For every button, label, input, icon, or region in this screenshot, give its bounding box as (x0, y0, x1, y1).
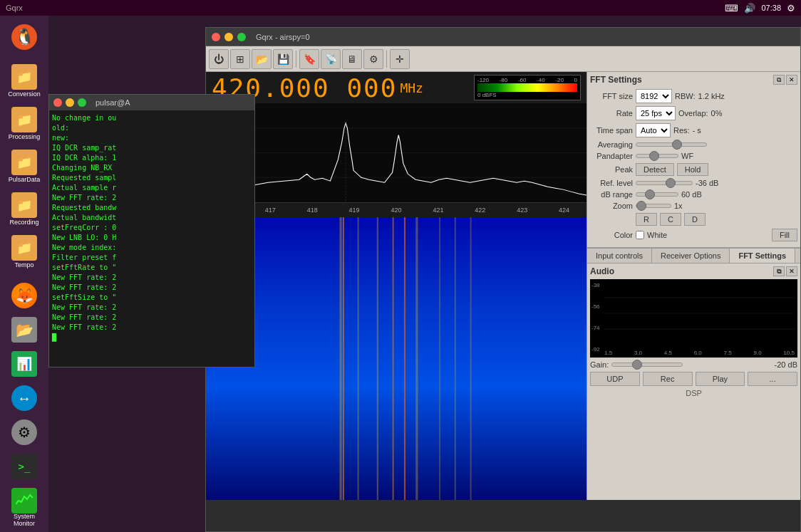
taskbar-top-right: ⌨ 🔊 07:38 ⚙ (725, 3, 795, 14)
folder-recording-icon: 📁 (11, 192, 37, 218)
toolbar-sep1 (296, 51, 296, 68)
toolbar-sep2 (386, 51, 387, 68)
rate-label: Rate (590, 109, 633, 118)
fft-panel-close-btn[interactable]: ✕ (786, 75, 797, 85)
gain-row: Gain: -20 dB (590, 360, 797, 369)
fft-zoom-row: Zoom 1x (590, 202, 797, 210)
sidebar-item-files[interactable]: 📂 (3, 314, 46, 345)
gqrx-window: Gqrx - airspy=0 ⏻ ⊞ 📂 💾 🔖 📡 🖥 ⚙ ✛ 420.00… (205, 27, 801, 532)
sidebar-item-tempo[interactable]: 📁 Tempo (3, 232, 46, 272)
sidebar-item-settings[interactable]: ⚙ (3, 417, 46, 448)
gain-slider[interactable] (611, 363, 683, 367)
sidebar-label-conversion: Conversion (8, 91, 41, 98)
keyboard-icon[interactable]: ⌨ (725, 3, 738, 14)
averaging-slider-container (636, 142, 797, 147)
fill-button[interactable]: Fill (772, 229, 797, 241)
d-button[interactable]: D (684, 213, 706, 226)
udp-button[interactable]: UDP (590, 372, 640, 386)
gqrx-min-btn[interactable] (224, 33, 233, 41)
toolbar-open-btn[interactable]: 📂 (252, 49, 272, 69)
gqrx-max-btn[interactable] (237, 33, 246, 41)
freq-axis: 416 417 418 419 420 421 422 423 424 (206, 203, 586, 217)
audio-close-btn[interactable]: ✕ (786, 266, 797, 276)
sidebar-item-sysmonitor[interactable]: System Monitor (3, 485, 46, 531)
sidebar-item-ubuntu[interactable]: 🐧 (3, 21, 46, 53)
sidebar-label-recording: Recording (9, 219, 38, 226)
sidebar-item-pulsardata[interactable]: 📁 PulsarData (3, 147, 46, 187)
terminal-max-btn[interactable] (78, 98, 86, 107)
spectrum-area: 420.000 000 MHz -120-80-60-40-200 0 dBFS… (206, 72, 586, 500)
rbw-label: RBW: (675, 92, 696, 100)
toolbar-save-btn[interactable]: 💾 (273, 49, 293, 69)
folder-processing-icon: 📁 (11, 107, 37, 132)
sidebar-item-recording[interactable]: 📁 Recording (3, 189, 46, 229)
signal-meter: -120-80-60-40-200 0 dBFS (474, 75, 581, 100)
reflevel-label: Ref. level (590, 179, 633, 187)
wf-label: WF (681, 152, 693, 160)
white-checkbox[interactable] (636, 231, 644, 239)
gqrx-close-btn[interactable] (212, 33, 220, 41)
audio-btn-row: UDP Rec Play ... (590, 372, 797, 386)
sidebar-item-network[interactable]: ↔ (3, 382, 46, 414)
app-name-label: Gqrx (6, 4, 23, 12)
audio-float-btn[interactable]: ⧉ (773, 266, 785, 276)
fft-settings-panel: FFT Settings ⧉ ✕ FFT size 8192 4096 2048 (587, 72, 800, 248)
toolbar-plus-btn[interactable]: ✛ (390, 49, 410, 69)
spectrum-display[interactable]: -48 -60 -72 (206, 103, 586, 203)
fft-panel-float-btn[interactable]: ⧉ (773, 75, 785, 85)
gear-icon: ⚙ (11, 419, 37, 445)
sidebar-item-firefox[interactable]: 🦊 (3, 280, 46, 311)
rec-button[interactable]: Rec (643, 372, 693, 386)
fft-size-select[interactable]: 8192 4096 2048 1024 (636, 89, 672, 103)
waterfall-display[interactable] (206, 217, 586, 500)
desktop: pulsar@A No change in ou old: new:IQ DCR… (48, 16, 801, 532)
detect-button[interactable]: Detect (636, 163, 674, 176)
toolbar-signal-btn[interactable]: 📡 (321, 49, 341, 69)
sidebar-item-libreoffice[interactable]: 📊 (3, 348, 46, 380)
zoom-slider[interactable] (636, 204, 671, 208)
settings-icon[interactable]: ⚙ (787, 3, 795, 14)
toolbar-screen-btn[interactable]: 🖥 (342, 49, 362, 69)
dbrange-label: dB range (590, 190, 633, 199)
sidebar-item-processing[interactable]: 📁 Processing (3, 104, 46, 144)
toolbar-power-btn[interactable]: ⏻ (209, 49, 229, 69)
sidebar-item-conversion[interactable]: 📁 Conversion (3, 61, 46, 101)
sidebar-item-terminal[interactable]: >_ (3, 451, 46, 482)
dbrange-slider[interactable] (636, 192, 678, 197)
toolbar-bookmark-btn[interactable]: 🔖 (299, 49, 319, 69)
timespan-select[interactable]: Auto 1 s 5 s (636, 123, 671, 137)
rate-select[interactable]: 25 fps 10 fps 50 fps (636, 106, 676, 120)
toolbar-config-btn[interactable]: ⚙ (363, 49, 383, 69)
res-label: Res: (673, 126, 690, 135)
pandapter-slider[interactable] (636, 154, 678, 158)
audio-panel-title: Audio ⧉ ✕ (590, 266, 797, 276)
play-button[interactable]: Play (696, 372, 745, 386)
terminal-content[interactable]: No change in ou old: new:IQ DCR samp_rat… (49, 110, 254, 367)
sysmon-icon (11, 488, 37, 513)
tab-input-controls[interactable]: Input controls (587, 249, 652, 263)
dbrange-value: 60 dB (681, 190, 702, 199)
reflevel-slider[interactable] (636, 181, 693, 185)
averaging-slider[interactable] (636, 142, 707, 147)
audio-y-axis: -38 -56 -74 -92 (591, 282, 600, 353)
right-panel: FFT Settings ⧉ ✕ FFT size 8192 4096 2048 (586, 72, 800, 500)
more-button[interactable]: ... (748, 372, 797, 386)
freq-tick-422: 422 (459, 207, 501, 214)
tab-fft-settings[interactable]: FFT Settings (730, 249, 795, 263)
firefox-icon: 🦊 (11, 283, 37, 308)
tab-receiver-options[interactable]: Receiver Options (652, 249, 730, 263)
hold-button[interactable]: Hold (677, 163, 709, 176)
terminal-close-btn[interactable] (53, 98, 62, 107)
terminal-min-btn[interactable] (66, 98, 74, 107)
files-icon: 📂 (11, 317, 37, 343)
res-value: - s (693, 126, 701, 135)
freq-tick-420: 420 (376, 207, 418, 214)
audio-icon[interactable]: 🔊 (744, 3, 755, 14)
rbw-value: 1.2 kHz (698, 92, 725, 100)
gqrx-toolbar: ⏻ ⊞ 📂 💾 🔖 📡 🖥 ⚙ ✛ (206, 46, 800, 72)
gqrx-content: 420.000 000 MHz -120-80-60-40-200 0 dBFS… (206, 72, 800, 500)
r-button[interactable]: R (636, 213, 657, 226)
fft-timespan-row: Time span Auto 1 s 5 s Res: - s (590, 123, 797, 137)
c-button[interactable]: C (660, 213, 681, 226)
toolbar-input-btn[interactable]: ⊞ (230, 49, 250, 69)
